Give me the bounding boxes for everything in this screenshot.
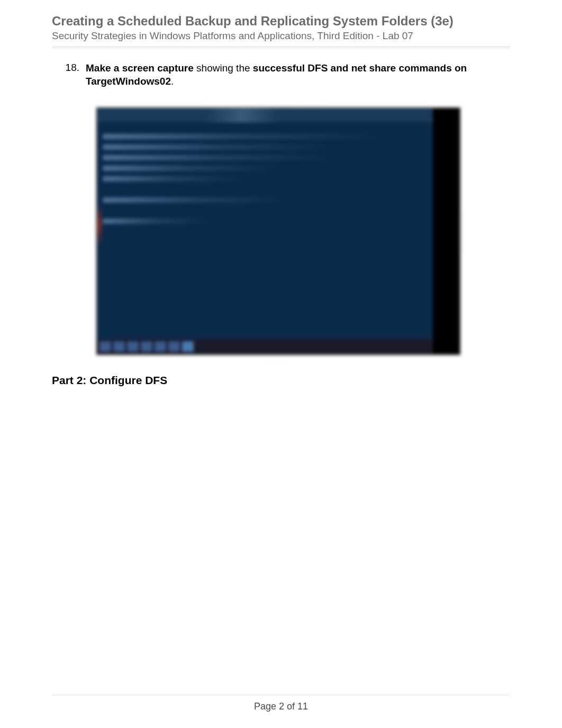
- instruction-item: 18. Make a screen capture showing the su…: [65, 62, 510, 88]
- taskbar-icon: [127, 341, 139, 352]
- taskbar-icon: [99, 341, 111, 352]
- screenshot-body: [97, 123, 459, 234]
- section-heading: Part 2: Configure DFS: [52, 374, 510, 387]
- embedded-screenshot: [93, 104, 464, 358]
- blur-line: [103, 166, 278, 171]
- taskbar-icon: [168, 341, 180, 352]
- blur-line: [103, 176, 243, 181]
- blur-line: [103, 197, 285, 203]
- blur-line: [103, 219, 208, 224]
- page-header: Creating a Scheduled Backup and Replicat…: [52, 13, 510, 42]
- screenshot-left-edge: [97, 204, 102, 246]
- screenshot-content: [96, 107, 460, 355]
- blur-line: [103, 155, 331, 160]
- taskbar-icon: [113, 341, 125, 352]
- header-divider: [52, 46, 510, 50]
- instruction-number: 18.: [65, 62, 86, 88]
- page-number: Page 2 of 11: [52, 701, 510, 712]
- screenshot-taskbar: [97, 339, 433, 354]
- instruction-plain-1: showing the: [194, 62, 253, 74]
- page-footer: Page 2 of 11: [0, 693, 562, 712]
- taskbar-icon: [155, 341, 166, 352]
- page-subtitle: Security Strategies in Windows Platforms…: [52, 30, 510, 42]
- blur-line: [103, 144, 331, 150]
- blur-line: [103, 134, 384, 139]
- taskbar-icon: [141, 341, 152, 352]
- instruction-plain-2: .: [171, 76, 174, 87]
- taskbar-icon: [182, 341, 194, 352]
- document-page: Creating a Scheduled Backup and Replicat…: [0, 0, 562, 728]
- instruction-bold-1: Make a screen capture: [86, 62, 194, 74]
- instruction-text: Make a screen capture showing the succes…: [86, 62, 510, 88]
- screenshot-titlebar: [97, 108, 459, 123]
- screenshot-rightbar: [433, 108, 459, 354]
- page-title: Creating a Scheduled Backup and Replicat…: [52, 13, 510, 29]
- footer-divider: [52, 693, 510, 696]
